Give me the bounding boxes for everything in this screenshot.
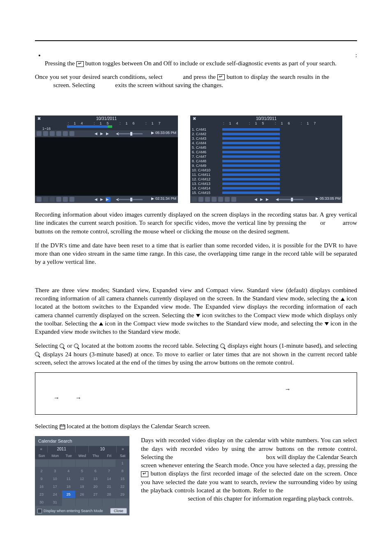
play-icon[interactable]: ▶ [99,197,104,202]
calendar-day[interactable]: 27 [89,490,102,498]
expand-down-icon[interactable] [43,131,48,136]
speed-slider[interactable] [118,133,143,134]
camera-record-bar[interactable] [222,151,280,153]
speed-slider[interactable] [118,199,143,200]
calendar-day[interactable]: 8 [116,467,129,475]
camera-record-bar[interactable] [222,160,280,162]
camera-row[interactable]: 9. CAM9 [190,163,342,168]
camera-record-bar[interactable] [222,169,280,171]
calendar-icon[interactable] [56,197,61,202]
record-bar[interactable] [67,125,112,128]
step-icon[interactable]: ▶ [265,197,269,202]
camera-row[interactable]: 13. CAM13 [190,181,342,186]
calendar-day[interactable]: 12 [76,475,89,482]
calendar-day[interactable]: 26 [76,490,89,498]
star-icon[interactable] [231,197,236,202]
checkbox-icon[interactable] [37,509,42,513]
camera-record-bar[interactable] [222,187,280,189]
calendar-prev-year[interactable]: « [35,446,48,452]
zoom-in-icon[interactable] [50,131,55,136]
calendar-icon[interactable] [56,131,61,136]
step-icon[interactable]: ▶ [105,197,109,202]
calendar-next-month[interactable]: » [117,446,129,452]
camera-row[interactable]: 5. CAM5 [190,145,342,150]
camera-row[interactable]: 10. CAM10 [190,168,342,172]
camera-record-bar[interactable] [222,142,280,144]
camera-record-bar[interactable] [222,155,280,158]
calendar-day[interactable]: 24 [48,490,62,498]
bookmark-icon[interactable] [63,131,68,136]
camera-record-bar[interactable] [222,128,280,131]
calendar-day[interactable]: 21 [102,482,116,490]
calendar-day[interactable]: 2 [35,467,48,475]
close-icon[interactable]: ✖ [37,116,41,121]
calendar-day[interactable]: 22 [116,482,129,490]
calendar-day[interactable]: 5 [76,467,89,475]
calendar-day[interactable]: 13 [89,475,102,482]
camera-row[interactable]: 1. CAM1 [190,127,342,132]
collapse-up-icon[interactable] [37,197,42,202]
star-icon[interactable] [69,197,74,202]
display-on-search-checkbox[interactable]: Display when entering Search Mode [37,509,103,513]
calendar-day[interactable]: 10 [48,475,62,482]
play-icon[interactable]: ▶ [99,131,104,136]
calendar-day[interactable]: 17 [48,482,62,490]
calendar-icon[interactable] [218,197,223,202]
collapse-up-icon[interactable] [37,131,42,136]
camera-row[interactable]: 8. CAM8 [190,159,342,163]
camera-record-bar[interactable] [222,146,280,149]
calendar-day[interactable]: 31 [48,498,62,506]
rewind-icon[interactable]: ◀ [94,197,98,202]
bookmark-icon[interactable] [225,197,230,202]
camera-record-bar[interactable] [222,173,280,176]
step-icon[interactable]: ▶ [105,131,109,136]
calendar-day[interactable]: 14 [102,475,116,482]
calendar-day[interactable]: 29 [116,490,129,498]
expand-down-icon[interactable] [198,197,203,202]
calendar-day[interactable]: 9 [35,475,48,482]
calendar-close-button[interactable]: Close [110,508,127,514]
camera-row[interactable]: 3. CAM3 [190,136,342,141]
calendar-day[interactable]: 30 [35,498,48,506]
calendar-day[interactable]: 20 [89,482,102,490]
close-icon[interactable]: ✖ [193,116,196,121]
camera-row[interactable]: 4. CAM4 [190,141,342,145]
calendar-day[interactable]: 23 [35,490,48,498]
camera-row[interactable]: 12. CAM12 [190,177,342,181]
camera-record-bar[interactable] [222,137,280,140]
calendar-day[interactable]: 16 [35,482,48,490]
camera-record-bar[interactable] [222,178,280,180]
camera-row[interactable]: 7. CAM7 [190,154,342,159]
calendar-day[interactable]: 6 [89,467,102,475]
camera-row[interactable]: 6. CAM6 [190,150,342,154]
calendar-day[interactable]: 19 [76,482,89,490]
speed-slider[interactable] [279,199,303,200]
bookmark-icon[interactable] [63,197,68,202]
zoom-out-icon[interactable] [212,197,217,202]
calendar-day[interactable]: 18 [62,482,76,490]
rewind-icon[interactable]: ◀ [94,131,98,136]
calendar-year[interactable]: 2011 [48,446,76,452]
calendar-month[interactable]: 10 [89,446,117,452]
star-icon[interactable] [69,131,74,136]
camera-row[interactable]: 15. CAM15 [190,190,342,195]
camera-record-bar[interactable] [222,133,280,135]
camera-record-bar[interactable] [222,164,280,167]
camera-record-bar[interactable] [222,192,280,194]
play-icon[interactable]: ▶ [259,197,263,202]
zoom-in-icon[interactable] [205,197,210,202]
calendar-day[interactable]: 28 [102,490,116,498]
calendar-day[interactable]: 11 [62,475,76,482]
calendar-day[interactable]: 4 [62,467,76,475]
calendar-prev-month[interactable] [76,446,88,452]
rewind-icon[interactable]: ◀ [254,197,258,202]
camera-row[interactable]: 11. CAM11 [190,172,342,177]
calendar-day[interactable]: 3 [48,467,62,475]
calendar-day[interactable]: 1 [116,459,129,467]
camera-row[interactable]: 2. CAM2 [190,132,342,136]
calendar-day[interactable]: 7 [102,467,116,475]
calendar-day[interactable]: 15 [116,475,129,482]
calendar-day[interactable]: 25 [62,490,76,498]
camera-record-bar[interactable] [222,182,280,185]
camera-row[interactable]: 14. CAM14 [190,186,342,190]
